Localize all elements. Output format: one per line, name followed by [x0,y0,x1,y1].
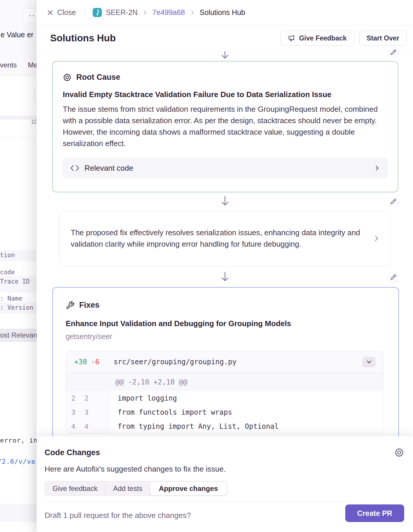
relevant-code-label: Relevant code [84,164,133,173]
new-line-number: 4 [79,423,92,430]
target-icon [394,448,404,458]
diff-line-numbers: 4 4 [66,419,110,433]
breadcrumb-project[interactable]: SEER-2N [106,8,138,17]
old-line-number: 2 [66,394,79,402]
chevron-right-icon [142,10,148,15]
give-feedback-segment[interactable]: Give feedback [45,482,105,495]
pencil-icon [390,274,397,280]
solutions-scroll-area[interactable]: Root Cause Invalid Empty Stacktrace Vali… [37,51,413,436]
start-over-button[interactable]: Start Over [359,31,407,46]
diff-file-panel: +30 -6 src/seer/grouping/grouping.py @@ … [66,351,384,434]
pencil-icon [390,49,397,55]
create-pr-button[interactable]: Create PR [345,504,404,522]
changes-action-group: Give feedback Add tests Approve changes [45,481,227,496]
diff-line: 4 4 from typing import Any, List, Option… [66,419,384,433]
breadcrumb: Close SEER-2N 7e499a68 Solutions Hub [37,0,413,25]
solutions-hub-panel: Close SEER-2N 7e499a68 Solutions Hub Sol… [37,0,413,532]
root-cause-card: Root Cause Invalid Empty Stacktrace Vali… [52,61,398,192]
old-line-number: 4 [66,423,79,430]
fixes-title: Fixes [79,301,99,310]
fixes-card: Fixes Enhance Input Validation and Debug… [52,287,399,436]
target-icon [63,73,72,82]
diff-file-header[interactable]: +30 -6 src/seer/grouping/grouping.py [66,351,384,373]
start-over-label: Start Over [367,34,399,42]
background-code-text: error, in [0,437,38,444]
background-row-label: tion [0,252,15,259]
background-tab-events[interactable]: vents [0,61,17,69]
flow-connector [37,192,413,211]
chevron-right-icon [374,165,380,171]
seer-logo-icon [93,8,102,17]
approve-changes-segment[interactable]: Approve changes [150,481,227,496]
chevron-right-icon [190,10,195,15]
most-relevant-button[interactable]: ost Relevan [0,329,41,342]
chevron-right-icon [373,235,380,242]
breadcrumb-issue[interactable]: 7e499a68 [152,8,185,17]
screen: ·· e Value er vents Me 10 tion code Trac… [0,0,413,532]
close-label: Close [57,8,76,17]
diff-added-count: +30 [74,358,87,366]
insight-text: The proposed fix effectively resolves se… [71,227,362,250]
root-cause-description: The issue stems from strict validation r… [63,104,380,149]
collapse-diff-button[interactable] [363,357,375,367]
relevant-code-expander[interactable]: Relevant code [63,157,388,179]
divider [0,76,41,76]
diff-line: 2 2 import logging [66,391,384,405]
background-doc-link[interactable]: /2.6/v/va [0,458,35,465]
arrow-down-icon [221,51,229,60]
flow-connector [37,266,413,287]
diff-line: 3 3 from functools import wraps [66,405,384,419]
background-row-label: code [0,269,15,276]
background-row-label: Trace ID [0,278,30,285]
most-relevant-label: ost Relevan [0,331,37,339]
diff-line-numbers: 2 2 [66,391,110,405]
edit-step-button[interactable] [388,272,399,282]
fix-heading: Enhance Input Validation and Debugging f… [66,319,385,328]
edit-step-button[interactable] [388,196,399,207]
arrow-down-icon [221,196,229,207]
code-icon [70,164,79,172]
close-button[interactable]: Close [47,8,76,17]
breadcrumb-page: Solutions Hub [200,8,246,17]
old-line-number: 3 [66,409,79,416]
give-feedback-label: Give Feedback [299,34,346,42]
divider [0,137,41,138]
new-line-number: 3 [79,409,92,416]
draft-question: Draft 1 pull request for the above chang… [45,511,191,520]
new-line-number: 2 [79,394,92,402]
root-cause-title: Root Cause [76,73,120,82]
code-changes-title: Code Changes [45,448,100,457]
page-title: Solutions Hub [50,33,116,44]
arrow-down-icon [221,272,229,283]
background-row-label: : Version [0,304,33,311]
code-changes-footer: Code Changes Here are Autofix's suggeste… [37,436,413,532]
background-page: ·· e Value er vents Me 10 tion code Trac… [0,0,41,532]
diff-file-path: src/seer/grouping/grouping.py [114,358,236,366]
create-pr-row: Draft 1 pull request for the above chang… [45,501,404,522]
chevron-down-icon [366,359,372,365]
fix-repo: getsentry/seer [66,332,385,341]
diff-line-code: from functools import wraps [110,408,232,416]
insight-card[interactable]: The proposed fix effectively resolves se… [60,211,390,266]
background-row-label: : Name [0,295,22,302]
background-tab-me[interactable]: Me [28,61,38,69]
diff-line-code: from typing import Any, List, Optional [110,422,279,431]
flow-connector [37,51,413,61]
panel-header: Solutions Hub Give Feedback Start Over [37,25,413,51]
close-icon [47,9,54,16]
divider [85,8,85,18]
add-tests-segment[interactable]: Add tests [105,482,150,495]
diff-line-numbers: 3 3 [66,405,110,419]
diff-line-code: import logging [110,394,177,402]
give-feedback-button[interactable]: Give Feedback [280,31,354,46]
background-band [0,504,41,522]
pencil-icon [390,198,397,205]
diff-hunk-header: @@ -2,10 +2,10 @@ [66,373,384,391]
diff-removed-count: -6 [91,358,99,366]
background-clipped-title: e Value er [1,31,33,39]
wrench-icon [66,301,75,310]
megaphone-icon [288,34,295,42]
root-cause-heading: Invalid Empty Stacktrace Validation Fail… [63,89,388,99]
edit-step-button[interactable] [388,47,399,57]
code-changes-subtitle: Here are Autofix's suggested changes to … [45,465,404,474]
